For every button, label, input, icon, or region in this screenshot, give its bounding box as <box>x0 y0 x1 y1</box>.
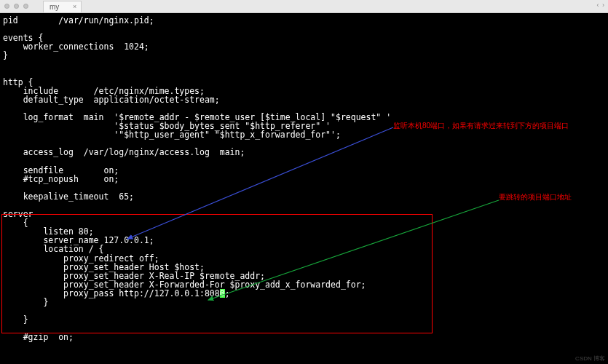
tab-my[interactable]: my × <box>43 1 82 12</box>
window-button[interactable] <box>23 4 28 9</box>
titlebar-right-controls[interactable]: ‹ › <box>597 1 606 9</box>
window-button[interactable] <box>14 4 19 9</box>
annotation-listen-port: 监听本机80端口，如果有请求过来转到下方的项目端口 <box>393 121 569 131</box>
tab-label: my <box>50 3 59 11</box>
titlebar: my × ‹ › <box>0 0 608 13</box>
watermark: CSDN 博客 <box>575 355 605 363</box>
window-button[interactable] <box>4 4 9 9</box>
close-icon[interactable]: × <box>73 3 76 10</box>
annotation-proxy-target: 要跳转的项目端口地址 <box>499 192 572 202</box>
terminal-viewport[interactable]: pid /var/run/nginx.pid; events { worker_… <box>0 13 608 364</box>
editor-window: my × ‹ › pid /var/run/nginx.pid; events … <box>0 0 608 364</box>
code-content[interactable]: pid /var/run/nginx.pid; events { worker_… <box>3 16 605 341</box>
